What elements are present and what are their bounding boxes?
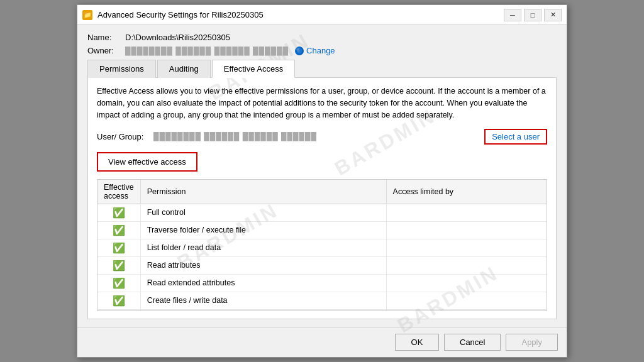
- permission-cell: Create files / write data: [140, 292, 386, 309]
- user-group-label: User/ Group:: [97, 132, 153, 141]
- effective-access-description: Effective Access allows you to view the …: [97, 85, 547, 121]
- change-icon: 🔵: [295, 47, 304, 55]
- table-row: ✅ List folder / read data: [97, 239, 547, 256]
- change-label: Change: [306, 46, 335, 55]
- access-check-icon: ✅: [113, 295, 125, 307]
- access-check-icon: ✅: [113, 277, 125, 289]
- access-check-icon: ✅: [113, 224, 125, 236]
- title-bar: 📁 Advanced Security Settings for Rilis20…: [77, 5, 567, 25]
- user-group-row: User/ Group: ████████ ██████ ██████ ████…: [97, 129, 547, 145]
- select-user-button[interactable]: Select a user: [484, 129, 547, 145]
- access-icon-cell: ✅: [97, 256, 140, 274]
- limited-by-cell: [386, 292, 547, 309]
- permissions-table-container: Effective access Permission Access limit…: [97, 179, 547, 311]
- col-effective-access: Effective access: [97, 180, 140, 204]
- table-row: ✅ Create files / write data: [97, 292, 547, 309]
- permission-cell: Read attributes: [140, 256, 386, 274]
- window-icon: 📁: [82, 10, 92, 20]
- permission-cell: Read extended attributes: [140, 274, 386, 292]
- access-check-icon: ✅: [113, 242, 125, 254]
- access-icon-cell: ✅: [97, 221, 140, 239]
- tab-effective-access[interactable]: Effective Access: [212, 60, 295, 78]
- name-row: Name: D:\Downloads\Rilis20250305: [87, 33, 557, 42]
- owner-value: ████████ ██████ ██████ ██████: [125, 47, 289, 55]
- table-row: ✅ Traverse folder / execute file: [97, 221, 547, 239]
- apply-button[interactable]: Apply: [506, 334, 558, 351]
- permission-cell: Traverse folder / execute file: [140, 221, 386, 239]
- window-title: Advanced Security Settings for Rilis2025…: [97, 10, 504, 19]
- name-value: D:\Downloads\Rilis20250305: [125, 33, 230, 42]
- permission-cell: List folder / read data: [140, 239, 386, 256]
- ok-button[interactable]: OK: [395, 334, 439, 351]
- access-icon-cell: ✅: [97, 204, 140, 221]
- access-icon-cell: ✅: [97, 292, 140, 309]
- name-label: Name:: [87, 33, 125, 42]
- cancel-button[interactable]: Cancel: [444, 334, 501, 351]
- permissions-table: Effective access Permission Access limit…: [97, 180, 547, 311]
- col-permission: Permission: [140, 180, 386, 204]
- limited-by-cell: [386, 256, 547, 274]
- access-icon-cell: ✅: [97, 309, 140, 311]
- permission-cell: Create folders / append data: [140, 309, 386, 311]
- maximize-button[interactable]: □: [524, 9, 541, 21]
- permission-cell: Full control: [140, 204, 386, 221]
- limited-by-cell: [386, 221, 547, 239]
- tab-permissions[interactable]: Permissions: [87, 60, 156, 78]
- limited-by-cell: [386, 204, 547, 221]
- table-row: ✅ Read extended attributes: [97, 274, 547, 292]
- access-check-icon: ✅: [113, 260, 125, 272]
- view-effective-access-button[interactable]: View effective access: [97, 152, 197, 172]
- access-icon-cell: ✅: [97, 274, 140, 292]
- main-content: Name: D:\Downloads\Rilis20250305 Owner: …: [77, 25, 567, 326]
- close-button[interactable]: ✕: [544, 9, 562, 21]
- dialog-footer: OK Cancel Apply: [77, 327, 567, 357]
- owner-label: Owner:: [87, 46, 125, 55]
- user-group-value: ████████ ██████ ██████ ██████: [153, 132, 484, 141]
- table-row: ✅ Read attributes: [97, 256, 547, 274]
- col-access-limited-by: Access limited by: [386, 180, 547, 204]
- table-row: ✅ Full control: [97, 204, 547, 221]
- access-check-icon: ✅: [113, 207, 125, 219]
- tab-content-effective-access: Effective Access allows you to view the …: [87, 78, 557, 319]
- window-controls: ─ □ ✕: [504, 9, 562, 21]
- owner-row: Owner: ████████ ██████ ██████ ██████ 🔵 C…: [87, 46, 557, 55]
- table-row: ✅ Create folders / append data: [97, 309, 547, 311]
- access-icon-cell: ✅: [97, 239, 140, 256]
- change-button[interactable]: 🔵 Change: [295, 46, 335, 55]
- limited-by-cell: [386, 309, 547, 311]
- limited-by-cell: [386, 274, 547, 292]
- tab-auditing[interactable]: Auditing: [157, 60, 211, 78]
- limited-by-cell: [386, 239, 547, 256]
- tab-bar: Permissions Auditing Effective Access: [87, 59, 557, 78]
- minimize-button[interactable]: ─: [504, 9, 521, 21]
